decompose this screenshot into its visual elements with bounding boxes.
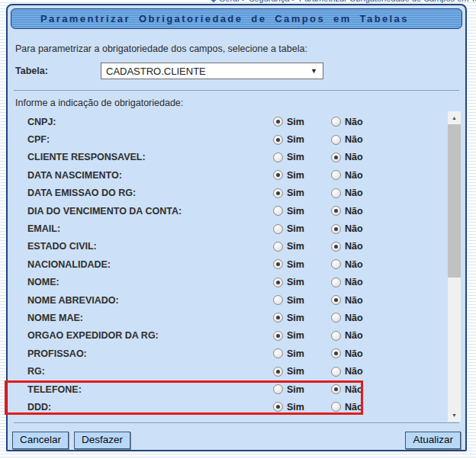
- radio-sim-label: Sim: [287, 330, 304, 341]
- intro-text: Para parametrizar a obrigatoriedade dos …: [15, 43, 465, 54]
- radio-nao[interactable]: [331, 313, 341, 323]
- radio-nao[interactable]: [331, 206, 341, 216]
- scrollbar-thumb[interactable]: [448, 124, 461, 278]
- sim-option: Sim: [273, 170, 331, 181]
- breadcrumb-text: Geral > Segurança > Parametrizar Obrigat…: [219, 0, 476, 3]
- radio-sim-label: Sim: [287, 241, 304, 252]
- field-row: CLIENTE RESPONSAVEL: Sim Não: [8, 149, 465, 166]
- table-select-dropdown[interactable]: CADASTRO.CLIENTE ▼: [101, 63, 323, 79]
- nao-option: Não: [331, 117, 389, 127]
- radio-sim[interactable]: [273, 348, 283, 358]
- radio-sim[interactable]: [273, 384, 283, 394]
- field-label: ESTADO CIVIL:: [27, 241, 273, 252]
- sim-option: Sim: [273, 152, 331, 162]
- sim-option: Sim: [273, 295, 331, 306]
- radio-nao[interactable]: [331, 242, 341, 252]
- field-label: DDD:: [27, 402, 273, 412]
- radio-nao[interactable]: [331, 367, 341, 377]
- radio-nao[interactable]: [331, 188, 341, 198]
- radio-sim[interactable]: [273, 117, 283, 127]
- breadcrumb-icon: ◆: [211, 0, 217, 3]
- radio-sim[interactable]: [273, 295, 283, 305]
- nao-option: Não: [331, 241, 389, 252]
- radio-nao-label: Não: [345, 117, 363, 127]
- radio-sim-label: Sim: [287, 402, 304, 412]
- sim-option: Sim: [273, 134, 331, 145]
- radio-nao-label: Não: [345, 241, 363, 252]
- field-row: ESTADO CIVIL: Sim Não: [8, 238, 465, 255]
- radio-sim[interactable]: [273, 224, 283, 234]
- radio-nao[interactable]: [331, 224, 341, 234]
- radio-nao-label: Não: [345, 384, 363, 395]
- radio-sim[interactable]: [273, 170, 283, 180]
- field-row: NACIONALIDADE: Sim Não: [8, 255, 465, 273]
- cancel-button[interactable]: Cancelar: [12, 432, 69, 449]
- scroll-down-button[interactable]: ▼: [448, 409, 461, 422]
- table-select-row: Tabela: CADASTRO.CLIENTE ▼: [15, 63, 465, 79]
- radio-nao-label: Não: [345, 348, 363, 359]
- radio-sim-label: Sim: [287, 117, 304, 127]
- radio-nao-label: Não: [345, 402, 363, 412]
- field-row: EMAIL: Sim Não: [8, 220, 465, 237]
- radio-sim[interactable]: [273, 402, 283, 412]
- radio-nao[interactable]: [331, 384, 341, 394]
- parametrizar-dialog: Paramentrizar Obrigatoriedade de Campos …: [6, 4, 467, 451]
- radio-nao-label: Não: [345, 223, 363, 234]
- fields-list: CNPJ: Sim Não CPF: Sim Não CLIENTE RESPO…: [8, 113, 465, 416]
- nao-option: Não: [331, 295, 389, 306]
- radio-nao[interactable]: [331, 135, 341, 145]
- nao-option: Não: [331, 402, 389, 412]
- scroll-up-button[interactable]: ▲: [448, 111, 461, 124]
- radio-nao-label: Não: [345, 134, 363, 145]
- field-row: DATA EMISSAO DO RG: Sim Não: [8, 185, 465, 202]
- buttons-row: Cancelar Desfazer Atualizar: [12, 432, 461, 449]
- radio-sim[interactable]: [273, 367, 283, 377]
- radio-nao-label: Não: [345, 366, 363, 377]
- radio-sim[interactable]: [273, 259, 283, 269]
- radio-nao[interactable]: [331, 278, 341, 287]
- radio-nao[interactable]: [331, 259, 341, 269]
- field-row: DATA NASCIMENTO: Sim Não: [8, 166, 465, 184]
- sim-option: Sim: [273, 384, 331, 395]
- radio-sim[interactable]: [273, 242, 283, 252]
- sim-option: Sim: [273, 313, 331, 323]
- field-row: PROFISSAO: Sim Não: [8, 345, 465, 362]
- field-label: DATA EMISSAO DO RG:: [27, 188, 273, 198]
- radio-nao-label: Não: [345, 188, 363, 198]
- radio-sim[interactable]: [273, 152, 283, 162]
- radio-sim-label: Sim: [287, 188, 304, 198]
- field-row: CPF: Sim Não: [8, 130, 465, 148]
- update-button[interactable]: Atualizar: [405, 432, 461, 449]
- field-label: ORGAO EXPEDIDOR DA RG:: [27, 330, 273, 341]
- sim-option: Sim: [273, 348, 331, 359]
- table-select-label: Tabela:: [15, 66, 101, 76]
- radio-sim[interactable]: [273, 313, 283, 323]
- field-label: CPF:: [27, 134, 273, 145]
- nao-option: Não: [331, 134, 389, 145]
- radio-sim[interactable]: [273, 278, 283, 287]
- scrollbar-track[interactable]: [448, 278, 461, 409]
- radio-nao[interactable]: [331, 295, 341, 305]
- field-row: CNPJ: Sim Não: [8, 113, 465, 130]
- field-row: DIA DO VENCIMENTO DA CONTA: Sim Não: [8, 202, 465, 220]
- radio-nao[interactable]: [331, 331, 341, 341]
- radio-nao[interactable]: [331, 117, 341, 127]
- radio-sim[interactable]: [273, 135, 283, 145]
- radio-sim[interactable]: [273, 331, 283, 341]
- undo-button[interactable]: Desfazer: [74, 432, 130, 449]
- radio-sim[interactable]: [273, 206, 283, 216]
- radio-nao-label: Não: [345, 313, 363, 323]
- radio-nao-label: Não: [345, 170, 363, 181]
- field-label: NOME MAE:: [27, 313, 273, 323]
- radio-nao[interactable]: [331, 402, 341, 412]
- field-row: DDD: Sim Não: [8, 398, 465, 416]
- radio-nao[interactable]: [331, 170, 341, 180]
- radio-sim[interactable]: [273, 188, 283, 198]
- nao-option: Não: [331, 206, 389, 217]
- nao-option: Não: [331, 366, 389, 377]
- radio-nao[interactable]: [331, 152, 341, 162]
- nao-option: Não: [331, 384, 389, 395]
- sim-option: Sim: [273, 206, 331, 217]
- radio-sim-label: Sim: [287, 170, 304, 181]
- radio-nao[interactable]: [331, 348, 341, 358]
